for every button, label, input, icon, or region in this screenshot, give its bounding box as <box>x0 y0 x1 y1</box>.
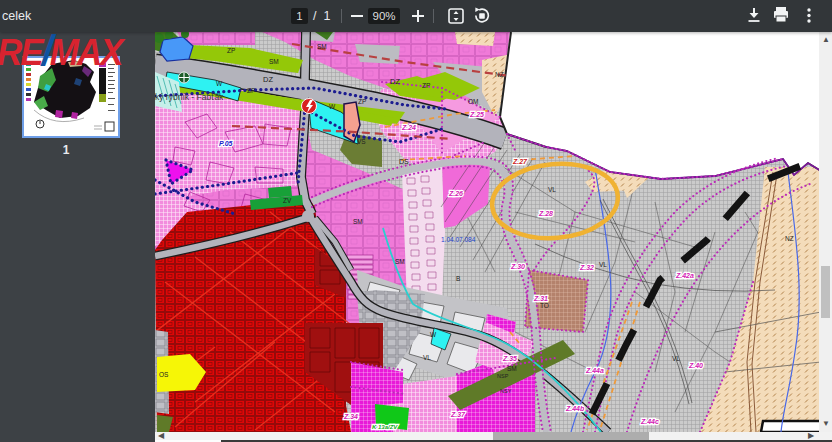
svg-text:DZ: DZ <box>263 75 273 84</box>
svg-text:TO: TO <box>540 302 549 309</box>
svg-text:Z.44b: Z.44b <box>565 405 585 412</box>
svg-text:ZV: ZV <box>283 197 292 204</box>
svg-text:Z.35: Z.35 <box>502 355 517 362</box>
svg-text:Z.27: Z.27 <box>512 158 528 165</box>
svg-text:ký rybník - Fabťák: ký rybník - Fabťák <box>155 92 224 102</box>
svg-text:Z.42a: Z.42a <box>675 272 694 279</box>
svg-text:SM: SM <box>317 43 327 50</box>
svg-text:ZP: ZP <box>227 47 235 54</box>
svg-text:Z.30: Z.30 <box>510 263 525 270</box>
svg-text:SM: SM <box>507 365 517 372</box>
svg-text:NZ: NZ <box>785 235 794 242</box>
svg-text:DZ: DZ <box>390 77 400 86</box>
svg-text:Z.32: Z.32 <box>579 264 594 271</box>
svg-text:VL: VL <box>672 355 680 362</box>
svg-text:NSP: NSP <box>497 373 509 379</box>
svg-text:SM: SM <box>353 218 363 225</box>
svg-text:Z.40: Z.40 <box>688 362 703 369</box>
svg-text:Z.24: Z.24 <box>401 124 416 131</box>
svg-text:VL: VL <box>423 354 431 361</box>
svg-text:W: W <box>430 331 437 338</box>
svg-text:Z.31: Z.31 <box>533 295 548 302</box>
svg-text:Z.25: Z.25 <box>469 111 484 118</box>
svg-text:NSY: NSY <box>500 388 512 394</box>
svg-text:NZ: NZ <box>495 71 504 78</box>
svg-text:B: B <box>456 275 460 282</box>
svg-text:ZP: ZP <box>422 82 430 89</box>
svg-text:Z.26: Z.26 <box>448 190 463 197</box>
svg-text:SM: SM <box>269 58 279 65</box>
svg-text:SM: SM <box>395 258 405 265</box>
svg-text:VS: VS <box>357 138 366 145</box>
svg-text:Z.28: Z.28 <box>538 210 553 217</box>
svg-text:VL: VL <box>548 186 556 193</box>
svg-text:OS: OS <box>159 371 169 378</box>
svg-text:ZP: ZP <box>358 98 366 105</box>
svg-text:W: W <box>216 80 223 87</box>
svg-text:Z.37: Z.37 <box>450 411 466 418</box>
svg-text:W: W <box>329 103 336 110</box>
svg-text:Z.44c: Z.44c <box>640 418 659 425</box>
svg-text:VL: VL <box>599 261 607 268</box>
svg-text:P.05: P.05 <box>219 140 233 147</box>
svg-text:Z.34: Z.34 <box>343 413 358 420</box>
svg-text:DS: DS <box>399 158 409 165</box>
svg-text:Z.44a: Z.44a <box>585 367 604 374</box>
svg-text:K 13a/ZV: K 13a/ZV <box>372 424 398 430</box>
svg-text:1.04.07.084: 1.04.07.084 <box>441 236 476 243</box>
svg-text:ZP: ZP <box>247 87 255 94</box>
svg-text:OM: OM <box>468 98 478 105</box>
